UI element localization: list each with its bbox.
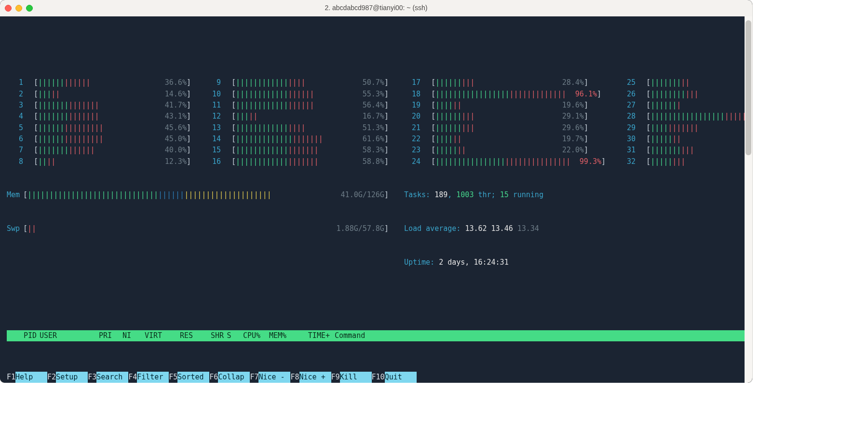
cpu-meter: 26 [||||||||||| 35.3%] xyxy=(619,89,752,100)
col-res[interactable]: RES xyxy=(162,330,193,341)
cpu-meter: 28 [|||||||||||||||||||||||||| 82.1%] xyxy=(619,111,752,122)
cpu-meter: 14 [|||||||||||||||||||| 61.6%] xyxy=(204,134,389,145)
cpu-meter: 11 [|||||||||||||||||| 56.4%] xyxy=(204,100,389,111)
cpu-meter: 15 [||||||||||||||||||| 58.3%] xyxy=(204,145,389,156)
fkey-item[interactable]: F1Help xyxy=(7,372,47,383)
fkey-item[interactable]: F2Setup xyxy=(47,372,88,383)
fkey-item[interactable]: F7Nice - xyxy=(250,372,290,383)
cpu-meter: 6 [||||||||||||||| 45.0%] xyxy=(7,134,191,145)
col-user[interactable]: USER xyxy=(37,330,91,341)
cpu-meter: 12 [||||| 16.7%] xyxy=(204,111,389,122)
swp-meter: Swp[||1.88G/57.8G] xyxy=(7,223,389,234)
cpu-meter: 16 [||||||||||||||||||| 58.8%] xyxy=(204,156,389,167)
fkey-item[interactable]: F4Filter xyxy=(128,372,169,383)
cpu-meter: 17 [||||||||| 28.4%] xyxy=(404,77,606,88)
cpu-meter: 27 [||||||| 24.0%] xyxy=(619,100,752,111)
cpu-meter: 20 [||||||||| 29.1%] xyxy=(404,111,606,122)
fkey-item[interactable]: F3Search xyxy=(88,372,128,383)
cpu-meter: 32 [|||||||| 26.0%] xyxy=(619,156,752,167)
cpu-meter: 8 [|||| 12.3%] xyxy=(7,156,191,167)
fkey-item[interactable]: F5Sorted xyxy=(169,372,209,383)
cpu-meter: 13 [|||||||||||||||| 51.3%] xyxy=(204,122,389,134)
window-title: 2. abcdabcd987@tianyi00: ~ (ssh) xyxy=(0,2,752,13)
cpu-meter: 7 [||||||||||||| 40.0%] xyxy=(7,145,191,156)
cpu-meter: 23 [||||||| 22.0%] xyxy=(404,145,606,156)
fkey-item[interactable]: F6Collap xyxy=(209,372,250,383)
process-header[interactable]: PID USER PRI NI VIRT RES SHR S CPU% MEM%… xyxy=(7,330,746,341)
col-cpu[interactable]: CPU% xyxy=(234,330,260,341)
scrollbar[interactable] xyxy=(745,16,752,383)
load-line: Load average: 13.62 13.46 13.34 xyxy=(404,223,752,234)
uptime-line: Uptime: 2 days, 16:24:31 xyxy=(404,257,752,268)
footer-bar: F1Help F2Setup F3SearchF4FilterF5SortedF… xyxy=(0,372,752,383)
titlebar: 2. abcdabcd987@tianyi00: ~ (ssh) xyxy=(0,0,752,16)
col-ni[interactable]: NI xyxy=(112,330,131,341)
col-s[interactable]: S xyxy=(224,330,234,341)
cpu-meter: 25 [||||||||| 29.3%] xyxy=(619,77,752,88)
fkey-item[interactable]: F9Kill xyxy=(331,372,372,383)
cpu-meter: 21 [||||||||| 29.6%] xyxy=(404,122,606,134)
cpu-meter: 19 [|||||| 19.6%] xyxy=(404,100,606,111)
cpu-meter: 2 [||||| 14.6%] xyxy=(7,89,191,100)
col-mem[interactable]: MEM% xyxy=(260,330,286,341)
cpu-meter: 24 [|||||||||||||||||||||||||||||||99.3%… xyxy=(404,156,606,167)
cpu-meter: 31 [|||||||||| 31.4%] xyxy=(619,145,752,156)
col-cmd[interactable]: Command xyxy=(330,330,746,341)
fkey-item[interactable]: F8Nice + xyxy=(290,372,331,383)
col-pid[interactable]: PID xyxy=(8,330,37,341)
cpu-meter: 22 [|||||| 19.7%] xyxy=(404,134,606,145)
col-virt[interactable]: VIRT xyxy=(131,330,162,341)
col-pri[interactable]: PRI xyxy=(91,330,112,341)
col-shr[interactable]: SHR xyxy=(193,330,224,341)
fkey-item[interactable]: F10Quit xyxy=(372,372,417,383)
cpu-meter: 1 [|||||||||||| 36.6%] xyxy=(7,77,191,88)
cpu-meter: 10 [|||||||||||||||||| 55.3%] xyxy=(204,89,389,100)
cpu-meter: 3 [|||||||||||||| 41.7%] xyxy=(7,100,191,111)
mem-meter: Mem[||||||||||||||||||||||||||||||||||||… xyxy=(7,189,389,201)
scrollbar-thumb[interactable] xyxy=(746,20,751,155)
meters-area: 1 [|||||||||||| 36.6%]2 [||||| 14.6%]3 [… xyxy=(7,55,746,291)
terminal-window: 2. abcdabcd987@tianyi00: ~ (ssh) 1 [||||… xyxy=(0,0,752,383)
col-time[interactable]: TIME+ xyxy=(286,330,330,341)
cpu-meter: 5 [||||||||||||||| 45.6%] xyxy=(7,122,191,134)
cpu-meter: 18 [||||||||||||||||||||||||||||||96.1%] xyxy=(404,89,606,100)
cpu-meter: 29 [||||||||||| 35.8%] xyxy=(619,122,752,134)
tasks-line: Tasks: 189, 1003 thr; 15 running xyxy=(404,189,752,201)
cpu-meter: 30 [||||||| 24.2%] xyxy=(619,134,752,145)
terminal-body[interactable]: 1 [|||||||||||| 36.6%]2 [||||| 14.6%]3 [… xyxy=(0,16,752,383)
cpu-meter: 9 [|||||||||||||||| 50.7%] xyxy=(204,77,389,88)
cpu-meter: 4 [|||||||||||||| 43.1%] xyxy=(7,111,191,122)
